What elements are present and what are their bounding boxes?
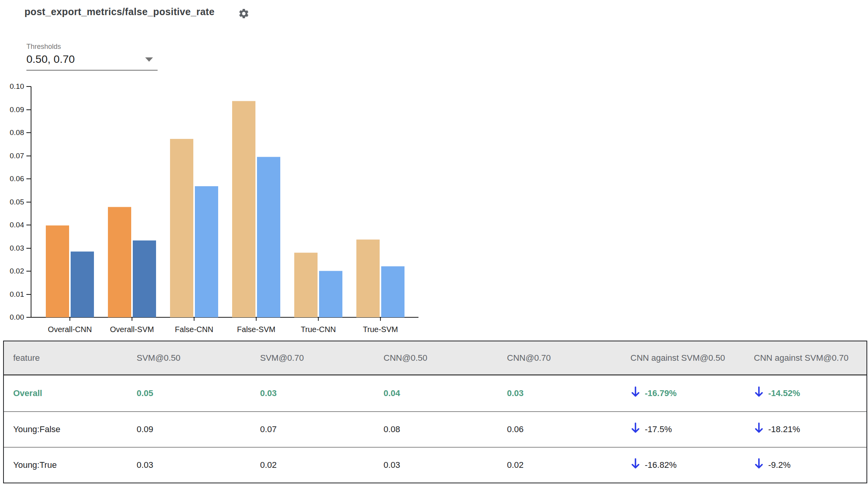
thresholds-select[interactable]: 0.50, 0.70	[26, 51, 158, 71]
feature-cell: Young:False	[4, 412, 127, 447]
x-tick-label: True-CNN	[301, 325, 336, 334]
metric-cell: 0.09	[127, 412, 251, 447]
metrics-table: featureSVM@0.50SVM@0.70CNN@0.50CNN@0.70C…	[3, 341, 867, 483]
bar-False-SVM-threshold0.50[interactable]	[232, 101, 255, 317]
down-arrow-icon	[630, 458, 641, 470]
metric-cell: 0.08	[374, 412, 498, 447]
column-header-1: SVM@0.50	[127, 341, 251, 374]
x-tick-label: True-SVM	[363, 325, 398, 334]
y-tick-label: 0.09	[10, 106, 24, 114]
delta-cell: -16.79%	[621, 376, 745, 411]
bar-True-CNN-threshold0.70[interactable]	[319, 271, 342, 317]
down-arrow-icon	[754, 458, 764, 470]
x-tick-label: Overall-SVM	[110, 325, 154, 334]
delta-value: -16.82%	[645, 460, 677, 470]
table-header-row: featureSVM@0.50SVM@0.70CNN@0.50CNN@0.70C…	[4, 341, 866, 376]
y-tick-label: 0.10	[10, 82, 24, 90]
bar-Overall-SVM-threshold0.50[interactable]	[108, 207, 131, 317]
y-tick-label: 0.03	[10, 244, 24, 252]
y-tick-label: 0.02	[10, 267, 24, 275]
table-row-overall: Overall0.050.030.040.03-16.79%-14.52%	[4, 376, 866, 411]
metric-cell: 0.07	[251, 412, 374, 447]
bar-False-CNN-threshold0.70[interactable]	[195, 186, 218, 317]
column-header-0: feature	[4, 341, 127, 374]
metric-cell: 0.03	[251, 376, 374, 411]
metric-cell: 0.03	[498, 376, 621, 411]
y-tick-label: 0.07	[10, 152, 24, 160]
bar-Overall-CNN-threshold0.70[interactable]	[71, 251, 94, 317]
delta-cell: -16.82%	[621, 448, 745, 483]
y-tick-label: 0.06	[10, 175, 24, 183]
delta-value: -16.79%	[645, 388, 677, 398]
y-tick-label: 0.08	[10, 128, 24, 137]
metric-cell: 0.03	[127, 448, 251, 483]
x-tick-label: False-CNN	[175, 325, 214, 334]
table-body: Overall0.050.030.040.03-16.79%-14.52%You…	[4, 376, 866, 483]
y-tick-label: 0.04	[10, 221, 24, 229]
bar-False-SVM-threshold0.70[interactable]	[257, 157, 280, 317]
bar-True-CNN-threshold0.50[interactable]	[294, 253, 318, 317]
column-header-4: CNN@0.70	[498, 341, 621, 374]
y-tick-label: 0.01	[10, 290, 24, 298]
delta-cell: -17.5%	[621, 412, 745, 447]
metric-cell: 0.03	[374, 448, 498, 483]
column-header-6: CNN against SVM@0.70	[745, 341, 866, 374]
down-arrow-icon	[630, 386, 641, 398]
bar-Overall-CNN-threshold0.50[interactable]	[46, 225, 69, 317]
metric-cell: 0.06	[498, 412, 621, 447]
delta-cell: -18.21%	[745, 412, 866, 447]
delta-cell: -14.52%	[745, 376, 866, 411]
metric-cell: 0.02	[251, 448, 374, 483]
table-row-young-false: Young:False0.090.070.080.06-17.5%-18.21%	[4, 411, 866, 447]
dropdown-caret-icon	[145, 57, 153, 62]
down-arrow-icon	[754, 386, 764, 398]
metric-cell: 0.04	[374, 376, 498, 411]
delta-cell: -9.2%	[745, 448, 866, 483]
page-title: post_export_metrics/false_positive_rate	[24, 6, 215, 17]
x-tick-label: Overall-CNN	[48, 325, 92, 334]
column-header-2: SVM@0.70	[251, 341, 374, 374]
down-arrow-icon	[630, 422, 641, 434]
x-tick-label: False-SVM	[237, 325, 276, 334]
bar-Overall-SVM-threshold0.70[interactable]	[133, 241, 156, 317]
delta-value: -14.52%	[768, 388, 800, 398]
thresholds-control: Thresholds 0.50, 0.70	[26, 42, 158, 71]
feature-cell: Overall	[4, 376, 127, 411]
y-tick-label: 0.00	[10, 313, 24, 321]
y-tick-label: 0.05	[10, 198, 24, 206]
delta-value: -18.21%	[768, 424, 800, 434]
column-header-3: CNN@0.50	[374, 341, 498, 374]
false-positive-rate-bar-chart: 0.000.010.020.030.040.050.060.070.080.09…	[0, 81, 435, 345]
settings-button[interactable]	[238, 8, 250, 20]
table-row-young-true: Young:True0.030.020.030.02-16.82%-9.2%	[4, 447, 866, 483]
delta-value: -9.2%	[768, 460, 790, 470]
down-arrow-icon	[754, 422, 764, 434]
thresholds-value: 0.50, 0.70	[26, 53, 75, 66]
bar-True-SVM-threshold0.70[interactable]	[381, 266, 404, 317]
bar-False-CNN-threshold0.50[interactable]	[170, 139, 193, 317]
delta-value: -17.5%	[645, 424, 672, 434]
metric-cell: 0.05	[127, 376, 251, 411]
thresholds-label: Thresholds	[26, 42, 158, 51]
feature-cell: Young:True	[4, 448, 127, 483]
metric-cell: 0.02	[498, 448, 621, 483]
bar-True-SVM-threshold0.50[interactable]	[356, 239, 380, 317]
gear-icon	[238, 8, 250, 19]
column-header-5: CNN against SVM@0.50	[621, 341, 745, 374]
